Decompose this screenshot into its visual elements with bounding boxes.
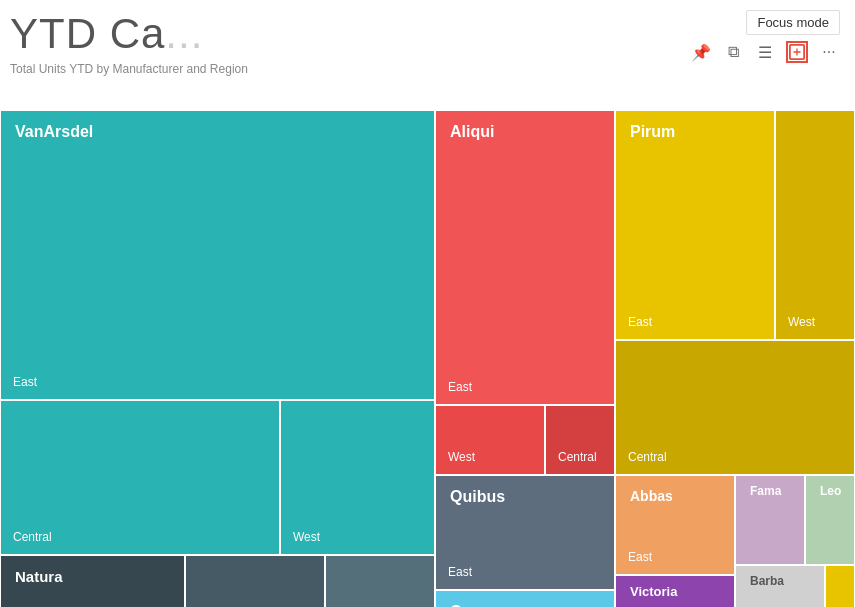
vanarsdel-west-label: West [287, 526, 326, 548]
vanarsdel-east-label: East [7, 371, 43, 393]
natura-west-cell[interactable]: West [325, 555, 435, 607]
vanarsdel-central-cell[interactable]: Central [0, 400, 280, 555]
filter-icon[interactable]: ☰ [754, 41, 776, 63]
pirum-central-label: Central [622, 446, 673, 468]
more-icon[interactable]: ··· [818, 41, 840, 63]
natura-east-cell[interactable]: Natura East [0, 555, 185, 607]
abbas-east-label: East [622, 546, 658, 568]
pin-icon[interactable]: 📌 [690, 41, 712, 63]
pirum-east-label: East [622, 311, 658, 333]
focus-mode-button[interactable]: Focus mode [746, 10, 840, 35]
pirum-west-label: West [782, 311, 821, 333]
pirum-west-cell[interactable]: West [775, 110, 855, 340]
header: YTD Ca... Total Units YTD by Manufacture… [0, 0, 855, 110]
vanarsdel-west-cell[interactable]: West [280, 400, 435, 555]
quibus-east-label: East [442, 561, 478, 583]
aliqui-central-label: Central [552, 446, 603, 468]
yellow-sliver-cell[interactable] [825, 565, 855, 607]
victoria-title: Victoria [624, 580, 683, 603]
pirum-east-cell[interactable]: Pirum East [615, 110, 775, 340]
aliqui-west-cell[interactable]: West [435, 405, 545, 475]
pirum-central-cell[interactable]: Central [615, 340, 855, 475]
quibus-east-cell[interactable]: Quibus East [435, 475, 615, 590]
leo-cell[interactable]: Leo [805, 475, 855, 565]
page-title: YTD Ca... [10, 10, 248, 58]
quibus-title: Quibus [444, 484, 511, 510]
copy-icon[interactable]: ⧉ [722, 41, 744, 63]
aliqui-title: Aliqui [444, 119, 500, 145]
aliqui-east-label: East [442, 376, 478, 398]
victoria-cell[interactable]: Victoria [615, 575, 735, 607]
toolbar: Focus mode 📌 ⧉ ☰ ··· [690, 10, 840, 63]
title-area: YTD Ca... Total Units YTD by Manufacture… [10, 10, 248, 76]
vanarsdel-east-cell[interactable]: VanArsdel East [0, 110, 435, 400]
currus-title: Currus [444, 599, 508, 607]
abbas-cell[interactable]: Abbas East [615, 475, 735, 575]
vanarsdel-title: VanArsdel [9, 119, 99, 145]
treemap-chart[interactable]: VanArsdel East Central West Natura East … [0, 110, 855, 607]
fama-title: Fama [744, 480, 787, 502]
aliqui-central-cell[interactable]: Central [545, 405, 615, 475]
currus-cell[interactable]: Currus East West [435, 590, 615, 607]
vanarsdel-central-label: Central [7, 526, 58, 548]
abbas-title: Abbas [624, 484, 679, 508]
natura-title: Natura [9, 564, 69, 589]
fama-cell[interactable]: Fama [735, 475, 805, 565]
barba-title: Barba [744, 570, 790, 592]
leo-title: Leo [814, 480, 847, 502]
chart-subtitle: Total Units YTD by Manufacturer and Regi… [10, 62, 248, 76]
expand-icon[interactable] [786, 41, 808, 63]
pirum-title: Pirum [624, 119, 681, 145]
natura-central-cell[interactable]: Central [185, 555, 325, 607]
aliqui-west-label: West [442, 446, 481, 468]
barba-cell[interactable]: Barba [735, 565, 825, 607]
aliqui-east-cell[interactable]: Aliqui East [435, 110, 615, 405]
toolbar-icons: 📌 ⧉ ☰ ··· [690, 41, 840, 63]
